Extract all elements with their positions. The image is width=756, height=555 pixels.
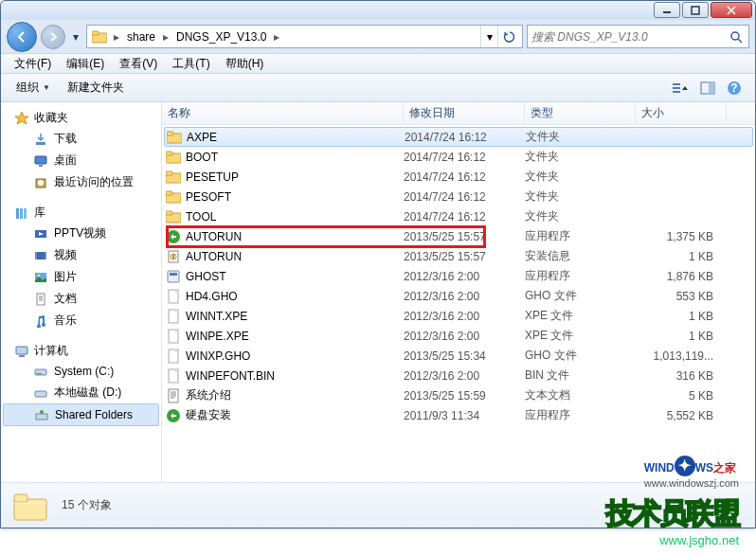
organize-button[interactable]: 组织▼: [9, 77, 60, 98]
file-row[interactable]: HD4.GHO2012/3/16 2:00GHO 文件553 KB: [162, 286, 755, 306]
nav-row: ▾ ▸ share ▸ DNGS_XP_V13.0 ▸ ▾: [1, 20, 755, 53]
search-input[interactable]: [531, 30, 728, 44]
help-button[interactable]: ?: [721, 77, 747, 99]
file-date: 2014/7/24 16:12: [404, 170, 525, 184]
sidebar-item-drive-d[interactable]: 本地磁盘 (D:): [1, 382, 161, 403]
breadcrumb-dropdown[interactable]: ▾: [480, 26, 497, 47]
file-row[interactable]: PESOFT2014/7/24 16:12文件夹: [162, 187, 755, 206]
file-row[interactable]: WINPE.XPE2012/3/16 2:00XPE 文件1 KB: [162, 326, 755, 346]
maximize-button[interactable]: [682, 2, 709, 18]
menu-edit[interactable]: 编辑(E): [59, 54, 112, 74]
library-icon: [14, 206, 29, 221]
column-name[interactable]: 名称: [162, 102, 404, 124]
drive-icon: [33, 364, 48, 379]
file-row[interactable]: AUTORUN2013/5/25 15:57应用程序1,375 KB: [162, 226, 755, 246]
chevron-right-icon[interactable]: ▸: [110, 26, 123, 47]
sidebar-libraries-label: 库: [34, 205, 45, 221]
history-dropdown[interactable]: ▾: [69, 27, 82, 46]
file-type: 文件夹: [525, 208, 636, 224]
sidebar-favorites-head[interactable]: 收藏夹: [1, 108, 161, 128]
new-folder-button[interactable]: 新建文件夹: [60, 77, 132, 98]
file-date: 2013/5/25 15:57: [404, 250, 525, 263]
minimize-button[interactable]: [654, 2, 680, 18]
file-type: 应用程序: [525, 407, 636, 423]
file-date: 2014/7/24 16:12: [404, 151, 525, 164]
sidebar-item-shared-folders[interactable]: Shared Folders: [3, 403, 159, 426]
back-button[interactable]: [7, 22, 37, 52]
breadcrumb-seg-folder[interactable]: DNGS_XP_V13.0: [172, 26, 270, 47]
file-row[interactable]: WINNT.XPE2012/3/16 2:00XPE 文件1 KB: [162, 306, 755, 326]
file-row[interactable]: 系统介绍2013/5/25 15:59文本文档5 KB: [162, 385, 755, 405]
file-type: GHO 文件: [525, 348, 636, 364]
file-icon: [166, 368, 181, 384]
breadcrumb-seg-share[interactable]: share: [123, 26, 159, 47]
file-type: 文件夹: [525, 149, 636, 165]
column-date[interactable]: 修改日期: [404, 102, 525, 124]
column-size[interactable]: 大小: [636, 102, 727, 124]
svg-rect-19: [24, 208, 27, 219]
menu-help[interactable]: 帮助(H): [218, 54, 272, 74]
file-row[interactable]: TOOL2014/7/24 16:12文件夹: [162, 206, 755, 226]
svg-rect-43: [166, 211, 172, 215]
file-row[interactable]: AXPE2014/7/24 16:12文件夹: [164, 127, 753, 147]
file-row[interactable]: GHOST2012/3/16 2:00应用程序1,876 KB: [162, 266, 755, 286]
sidebar-item-video[interactable]: 视频: [1, 244, 161, 266]
file-icon: [166, 209, 181, 224]
svg-rect-37: [166, 152, 172, 155]
sidebar-libraries-head[interactable]: 库: [1, 203, 161, 223]
sidebar-item-desktop[interactable]: 桌面: [1, 150, 161, 171]
file-date: 2012/3/16 2:00: [404, 330, 525, 343]
menu-file[interactable]: 文件(F): [7, 54, 59, 74]
file-icon: [166, 349, 181, 364]
search-box[interactable]: [527, 25, 749, 48]
breadcrumb[interactable]: ▸ share ▸ DNGS_XP_V13.0 ▸ ▾: [86, 25, 523, 48]
close-button[interactable]: [711, 2, 752, 18]
file-name: AUTORUN: [186, 230, 242, 243]
chevron-right-icon[interactable]: ▸: [159, 26, 172, 47]
preview-pane-button[interactable]: [694, 77, 721, 99]
file-row[interactable]: BOOT2014/7/24 16:12文件夹: [162, 147, 755, 167]
file-row[interactable]: 硬盘安装2011/9/3 11:34应用程序5,552 KB: [162, 405, 755, 425]
file-type: GHO 文件: [525, 288, 636, 304]
search-icon[interactable]: [728, 30, 745, 44]
sidebar-item-drive-c[interactable]: System (C:): [1, 361, 161, 382]
share-icon: [34, 407, 49, 422]
file-icon: [166, 189, 181, 205]
file-row[interactable]: WINXP.GHO2013/5/25 15:34GHO 文件1,013,119.…: [162, 346, 755, 366]
statusbar: 15 个对象: [1, 482, 755, 528]
file-row[interactable]: PESETUP2014/7/24 16:12文件夹: [162, 167, 755, 187]
menu-view[interactable]: 查看(V): [112, 54, 165, 74]
file-name: WINPE.XPE: [186, 330, 249, 343]
sidebar-item-documents[interactable]: 文档: [1, 288, 161, 310]
file-row[interactable]: WINPEFONT.BIN2012/3/16 2:00BIN 文件316 KB: [162, 366, 755, 385]
svg-rect-27: [16, 347, 27, 354]
file-name: PESOFT: [186, 190, 231, 204]
file-row[interactable]: AUTORUN2013/5/25 15:57安装信息1 KB: [162, 246, 755, 266]
view-options-button[interactable]: [668, 77, 694, 99]
file-date: 2013/5/25 15:34: [404, 349, 525, 363]
file-size: 1,375 KB: [636, 230, 721, 243]
sidebar-item-pictures[interactable]: 图片: [1, 266, 161, 288]
svg-rect-5: [673, 83, 680, 85]
menubar: 文件(F) 编辑(E) 查看(V) 工具(T) 帮助(H): [1, 53, 755, 74]
refresh-button[interactable]: [497, 26, 520, 47]
sidebar-item-pptv[interactable]: PPTV视频: [1, 223, 161, 244]
file-name: GHOST: [186, 270, 226, 283]
file-icon: [166, 269, 181, 284]
file-date: 2012/3/16 2:00: [404, 270, 525, 283]
svg-rect-3: [92, 31, 99, 35]
chevron-right-icon[interactable]: ▸: [270, 26, 283, 47]
menu-tools[interactable]: 工具(T): [165, 54, 217, 74]
sidebar-item-music[interactable]: 音乐: [1, 310, 161, 331]
sidebar-item-recent[interactable]: 最近访问的位置: [1, 171, 161, 193]
column-type[interactable]: 类型: [525, 102, 636, 124]
file-icon: [166, 388, 181, 403]
svg-rect-13: [35, 156, 46, 164]
sidebar-item-downloads[interactable]: 下载: [1, 128, 161, 150]
svg-rect-32: [36, 414, 47, 420]
sidebar-computer-head[interactable]: 计算机: [1, 341, 161, 361]
file-icon: [166, 289, 181, 304]
recent-icon: [33, 175, 48, 190]
file-icon: [166, 329, 181, 344]
status-text: 15 个对象: [62, 497, 112, 513]
